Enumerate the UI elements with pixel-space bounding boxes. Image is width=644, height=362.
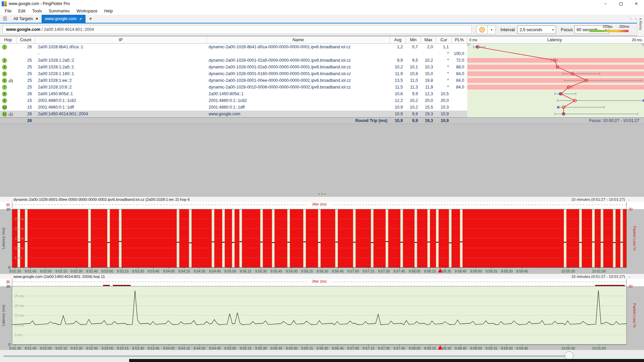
cell-cur: * xyxy=(436,84,452,90)
minimize-button[interactable]: – xyxy=(598,0,613,7)
cell-pl: 84,0 xyxy=(452,70,467,77)
menu-file[interactable]: File xyxy=(1,9,15,13)
tab-close-icon[interactable]: ✖ xyxy=(36,17,38,20)
time-tick-label: 9:54:00 xyxy=(163,346,175,350)
maximize-button[interactable] xyxy=(613,0,629,7)
hamburger-icon[interactable]: ☰ xyxy=(0,15,10,23)
pause-options-caret[interactable]: ▾ xyxy=(487,25,496,34)
time-tick-label: 9:55:00 xyxy=(224,346,236,350)
time-tick-label: 9:58:15 xyxy=(424,346,436,350)
timeline-scrollbar-track[interactable] xyxy=(3,355,566,357)
scale-200ms-label: 200ms xyxy=(619,25,629,28)
jitter-mark xyxy=(113,285,130,286)
table-row[interactable]: 4252a00:1028:1:2a5::1dynamic-2a00-1028-0… xyxy=(0,64,467,70)
round-trip-count: 26 xyxy=(16,118,35,124)
hop-badge: 6 xyxy=(2,78,7,83)
cell-ip: 2a00:1028:1:2a5::2 xyxy=(35,57,207,64)
cell-cur: 20,0 xyxy=(436,97,452,104)
scale-gradient-bar xyxy=(590,30,629,32)
header-latency[interactable]: 0 ms Latency 20 ms xyxy=(467,37,644,43)
graph-hop11-range-caret-icon[interactable]: ⌄ xyxy=(628,275,631,278)
menu-edit[interactable]: Edit xyxy=(15,9,29,13)
time-tick-label: 9:58:45 xyxy=(455,269,467,273)
table-row[interactable]: 7252a00:1028:10:6::2dynamic-2a00-1028-00… xyxy=(0,84,467,90)
menu-summaries[interactable]: Summaries xyxy=(45,9,73,13)
cell-name: 2a00:1450:805d::1 xyxy=(207,90,390,97)
table-row[interactable]: -*100,0 xyxy=(0,50,467,57)
graph-hop11-range[interactable]: 10 minutes (9:51:27 - 10:01:27) xyxy=(571,275,625,279)
table-row[interactable]: 1262a00:1028:8b41:d0ca::1dynamic-2a00-10… xyxy=(0,44,467,50)
menu-tools[interactable]: Tools xyxy=(29,9,45,13)
menu-workspace[interactable]: Workspace xyxy=(73,9,101,13)
table-row[interactable]: 6252a00:1028:1:ee::2dynamic-2a00-1028-00… xyxy=(0,77,467,84)
maximize-icon xyxy=(620,2,623,5)
header-name[interactable]: Name xyxy=(207,37,390,43)
taskbar-edge xyxy=(129,359,644,362)
tab-all-targets[interactable]: All Targets ✖ xyxy=(10,15,42,23)
table-row[interactable]: 11262a00:1450:4014:801::2004www.google.c… xyxy=(0,111,467,117)
time-tick-label: 9:54:45 xyxy=(209,269,221,273)
left-axis-label: Latency (ms) xyxy=(1,228,5,249)
cell-max: 15,0 xyxy=(421,70,436,77)
cell-pl xyxy=(452,90,467,97)
header-min[interactable]: Min xyxy=(406,37,421,43)
svg-text:15 ms: 15 ms xyxy=(15,314,24,317)
table-header-row: Hop Count IP Name Avg Min Max Cur PL% 0 … xyxy=(0,36,644,44)
table-row[interactable]: 3252a00:1028:1:2a5::2dynamic-2a00-1028-0… xyxy=(0,57,467,64)
cell-avg: 10,2 xyxy=(390,64,406,70)
header-count[interactable]: Count xyxy=(16,37,35,43)
cell-name: dynamic-2a00-1028-0001-0160-0000-0000-00… xyxy=(207,70,390,77)
packet-loss-band xyxy=(467,71,644,76)
time-tick-label: 9:58:00 xyxy=(409,269,420,273)
cell-ip: 2a00:1028:8b41:d0ca::1 xyxy=(35,44,207,50)
menu-help[interactable]: Help xyxy=(101,9,116,13)
header-cur[interactable]: Cur xyxy=(436,37,452,43)
tab-scroll-left-icon[interactable]: ‹ xyxy=(630,16,632,21)
interval-select[interactable]: 2,5 seconds ▾ xyxy=(517,25,556,34)
time-tick-label: 9:57:30 xyxy=(378,346,390,350)
header-hop[interactable]: Hop xyxy=(0,37,16,43)
time-tick-label: 9:59:00 xyxy=(470,346,482,350)
pause-button[interactable] xyxy=(476,25,488,34)
table-row[interactable]: 9152001:4860:0:1::1c822001:4860:0:1::1c8… xyxy=(0,97,467,104)
header-max[interactable]: Max xyxy=(421,37,436,43)
header-avg[interactable]: Avg xyxy=(390,37,406,43)
tab-www-google-com[interactable]: www.google.com ✔ xyxy=(42,15,86,23)
time-tick-label: 9:56:15 xyxy=(301,269,313,273)
svg-text:30: 30 xyxy=(629,207,633,211)
cell-name: dynamic-2a00-1028-8b41-d0ca-0000-0000-00… xyxy=(207,44,390,50)
toolbar: www.google.com / 2a00:1450:4014:801::200… xyxy=(0,23,644,36)
hop-badge: 10 xyxy=(2,105,7,110)
cell-ip: 2001:4860:0:1::1dff xyxy=(35,104,207,111)
graph-hop6-range-caret-icon[interactable]: ⌄ xyxy=(628,197,631,201)
table-body: 1262a00:1028:8b41:d0ca::1dynamic-2a00-10… xyxy=(0,44,467,117)
cell-avg: 11,5 xyxy=(390,84,406,90)
header-pl[interactable]: PL% xyxy=(452,37,467,43)
time-tick-label: 9:59:30 xyxy=(501,269,513,273)
table-row[interactable]: 10152001:4860:0:1::1dff2001:4860:0:1::1d… xyxy=(0,104,467,111)
cell-ip: 2a00:1028:1:160::1 xyxy=(35,70,207,77)
graph-hop6-range[interactable]: 10 minutes (9:51:27 - 10:01:27) xyxy=(571,197,625,201)
cell-max: 12,3 xyxy=(421,90,436,97)
graph-hop11-plot: 35Jitter (ms)25 ms20 ms15 ms10 ms5 ms300… xyxy=(0,279,644,350)
splitter-handle[interactable] xyxy=(0,192,644,196)
time-tick-label: 9:53:00 xyxy=(101,346,113,350)
cell-ip: 2a00:1028:10:6::2 xyxy=(35,84,207,90)
round-trip-max: 19,3 xyxy=(421,118,436,124)
cell-count xyxy=(16,50,35,57)
alerts-side-tab[interactable]: Alerts xyxy=(637,19,644,38)
table-row[interactable]: 8262a00:1450:805d::12a00:1450:805d::110,… xyxy=(0,90,467,97)
right-axis-label: Packet Loss % xyxy=(633,303,637,328)
tab-scroll-right-icon[interactable]: › xyxy=(635,16,636,21)
time-tick-label: 9:58:15 xyxy=(424,269,436,273)
table-row[interactable]: 5252a00:1028:1:160::1dynamic-2a00-1028-0… xyxy=(0,70,467,77)
cell-avg: 10,9 xyxy=(390,104,406,111)
time-tick-label: 9:55:30 xyxy=(255,346,267,350)
right-axis-label: Packet Loss % xyxy=(633,226,637,251)
header-ip[interactable]: IP xyxy=(35,37,207,43)
hop-badge: 1 xyxy=(2,45,7,50)
cell-cur: * xyxy=(436,57,452,64)
new-tab-button[interactable]: + xyxy=(86,15,95,23)
target-host: www.google.com xyxy=(6,27,40,32)
close-button[interactable]: ✕ xyxy=(629,0,644,7)
